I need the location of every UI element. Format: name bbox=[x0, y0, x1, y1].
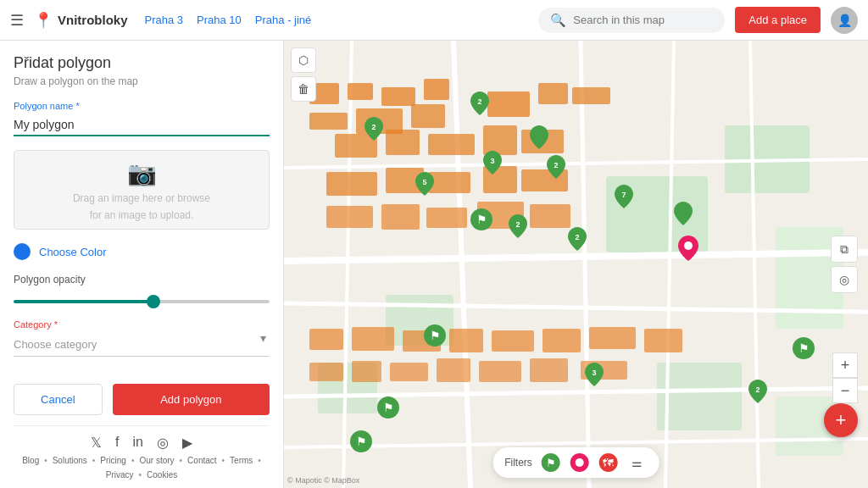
footer-pricing[interactable]: Pricing bbox=[100, 456, 126, 465]
category-select[interactable]: Choose category bbox=[14, 333, 270, 357]
filter-settings-icon[interactable]: ⚌ bbox=[627, 452, 648, 473]
panel-subtitle: Draw a polygon on the map bbox=[14, 75, 270, 87]
svg-rect-6 bbox=[657, 363, 742, 430]
map-filter-dot[interactable]: 🗺 bbox=[598, 452, 619, 473]
nav-link-prahaother[interactable]: Praha - jiné bbox=[255, 14, 311, 26]
svg-rect-44 bbox=[352, 327, 394, 351]
map-marker-1[interactable]: 2 bbox=[364, 117, 383, 143]
add-polygon-button[interactable]: Add polygon bbox=[113, 384, 270, 415]
footer-ourstory[interactable]: Our story bbox=[139, 456, 174, 465]
hamburger-menu[interactable]: ☰ bbox=[10, 11, 24, 30]
svg-text:5: 5 bbox=[422, 178, 426, 186]
svg-rect-43 bbox=[309, 329, 343, 350]
map-marker-9[interactable]: 2 bbox=[509, 214, 527, 241]
svg-text:7: 7 bbox=[621, 191, 626, 199]
svg-text:2: 2 bbox=[515, 220, 520, 229]
color-swatch[interactable] bbox=[14, 243, 31, 260]
map-marker-12[interactable]: 2 bbox=[748, 380, 767, 406]
search-input[interactable] bbox=[573, 14, 713, 26]
layers-icon[interactable]: ⧉ bbox=[831, 236, 858, 263]
add-place-button[interactable]: Add a place bbox=[735, 7, 821, 33]
choose-color-label[interactable]: Choose Color bbox=[39, 246, 107, 258]
opacity-label: Polygon opacity bbox=[14, 274, 270, 286]
nav-links: Praha 3 Praha 10 Praha - jiné bbox=[145, 14, 312, 26]
map-marker-5[interactable]: 5 bbox=[415, 172, 434, 198]
zoom-out-button[interactable]: − bbox=[832, 378, 858, 403]
map-attribution: © Mapotic © MapBox bbox=[287, 476, 359, 485]
svg-text:3: 3 bbox=[490, 157, 494, 165]
youtube-icon[interactable]: ▶ bbox=[182, 435, 192, 451]
svg-text:⚑: ⚑ bbox=[798, 341, 810, 355]
logo-text: Vnitrobloky bbox=[58, 13, 128, 27]
upload-text-2: for an image to upload. bbox=[90, 209, 194, 221]
map-marker-11[interactable]: 3 bbox=[585, 363, 604, 389]
search-icon: 🔍 bbox=[550, 13, 566, 28]
footer-terms[interactable]: Terms bbox=[230, 456, 253, 465]
opacity-container: Polygon opacity bbox=[14, 274, 270, 306]
linkedin-icon[interactable]: in bbox=[133, 435, 143, 451]
map-flag-3[interactable]: ⚑ bbox=[377, 396, 399, 424]
footer-contact[interactable]: Contact bbox=[187, 456, 216, 465]
map-marker-6[interactable]: 2 bbox=[547, 155, 565, 181]
svg-text:🗺: 🗺 bbox=[603, 457, 614, 469]
map-flag-1[interactable]: ⚑ bbox=[470, 208, 492, 236]
map-pin-pink[interactable] bbox=[678, 236, 698, 263]
footer-solutions[interactable]: Solutions bbox=[53, 456, 87, 465]
logo-icon: 📍 bbox=[34, 11, 53, 30]
avatar[interactable]: 👤 bbox=[831, 7, 858, 34]
filters-label: Filters bbox=[504, 457, 532, 469]
svg-rect-46 bbox=[449, 329, 483, 352]
facebook-icon[interactable]: f bbox=[115, 435, 119, 451]
map-marker-2[interactable]: 2 bbox=[470, 92, 489, 118]
green-filter-dot[interactable]: ⚑ bbox=[541, 452, 561, 473]
map-flag-2[interactable]: ⚑ bbox=[424, 324, 446, 352]
svg-rect-49 bbox=[589, 327, 636, 349]
instagram-icon[interactable]: ◎ bbox=[157, 435, 169, 451]
add-fab-button[interactable]: + bbox=[824, 403, 858, 437]
category-field: Category * Choose category ▾ bbox=[14, 319, 270, 357]
location-icon[interactable]: ◎ bbox=[831, 266, 858, 293]
polygon-name-input[interactable] bbox=[14, 114, 270, 136]
nav-link-praha10[interactable]: Praha 10 bbox=[197, 14, 242, 26]
map-area[interactable]: ⬡ 🗑 2 2 3 5 2 7 2 2 bbox=[284, 41, 868, 488]
map-marker-4[interactable]: 3 bbox=[483, 151, 502, 177]
svg-rect-29 bbox=[386, 130, 420, 155]
svg-text:2: 2 bbox=[554, 161, 558, 169]
map-svg bbox=[284, 41, 868, 488]
svg-rect-42 bbox=[530, 204, 570, 228]
delete-tool-button[interactable]: 🗑 bbox=[291, 76, 316, 102]
panel-actions: Cancel Add polygon bbox=[14, 374, 270, 425]
search-bar: 🔍 bbox=[538, 8, 725, 33]
map-marker-3[interactable] bbox=[530, 125, 548, 152]
image-upload-area[interactable]: 📷 Drag an image here or browse for an im… bbox=[14, 150, 270, 230]
map-marker-7[interactable]: 7 bbox=[615, 185, 633, 211]
pink-filter-dot[interactable] bbox=[570, 452, 590, 473]
svg-rect-26 bbox=[538, 83, 568, 104]
nav-link-praha3[interactable]: Praha 3 bbox=[145, 14, 184, 26]
svg-rect-21 bbox=[424, 79, 449, 100]
map-flag-4[interactable]: ⚑ bbox=[350, 430, 372, 458]
map-marker-10[interactable]: 2 bbox=[568, 227, 587, 253]
footer-blog[interactable]: Blog bbox=[22, 456, 39, 465]
svg-text:3: 3 bbox=[592, 369, 596, 377]
svg-text:⚑: ⚑ bbox=[476, 213, 487, 226]
footer-cookies[interactable]: Cookies bbox=[147, 470, 177, 480]
map-flag-5[interactable]: ⚑ bbox=[793, 337, 815, 365]
social-icons: 𝕏 f in ◎ ▶ bbox=[14, 435, 270, 451]
svg-rect-50 bbox=[644, 329, 682, 352]
polygon-name-field: Polygon name * bbox=[14, 101, 270, 136]
svg-rect-55 bbox=[479, 361, 521, 382]
svg-rect-38 bbox=[326, 206, 373, 228]
opacity-slider[interactable] bbox=[14, 300, 270, 303]
svg-rect-22 bbox=[309, 113, 348, 130]
map-marker-8[interactable] bbox=[674, 202, 693, 228]
svg-text:2: 2 bbox=[371, 123, 376, 131]
svg-rect-19 bbox=[348, 83, 373, 100]
footer-privacy[interactable]: Privacy bbox=[106, 470, 134, 480]
svg-rect-30 bbox=[428, 134, 475, 155]
twitter-icon[interactable]: 𝕏 bbox=[91, 435, 102, 451]
cancel-button[interactable]: Cancel bbox=[14, 384, 103, 415]
polygon-tool-button[interactable]: ⬡ bbox=[291, 47, 316, 73]
svg-rect-48 bbox=[542, 329, 581, 352]
zoom-in-button[interactable]: + bbox=[832, 352, 858, 378]
